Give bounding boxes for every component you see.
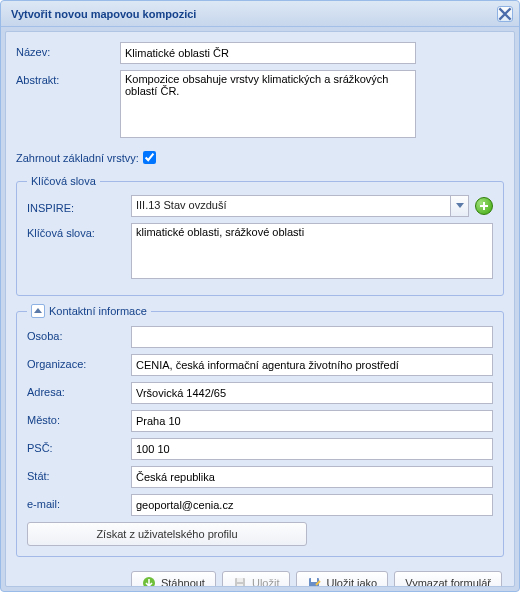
keywords-legend: Klíčová slova bbox=[27, 175, 100, 187]
collapse-contact-button[interactable] bbox=[31, 304, 45, 318]
clear-form-label: Vymazat formulář bbox=[405, 577, 491, 587]
city-input[interactable] bbox=[131, 410, 493, 432]
plus-icon bbox=[479, 201, 489, 211]
save-as-button[interactable]: Uložit jako bbox=[296, 571, 388, 587]
person-input[interactable] bbox=[131, 326, 493, 348]
abstract-textarea[interactable] bbox=[120, 70, 416, 138]
country-label: Stát: bbox=[27, 466, 131, 482]
zip-label: PSČ: bbox=[27, 438, 131, 454]
inspire-combo-value: III.13 Stav ovzduší bbox=[132, 196, 450, 216]
inspire-combo-trigger[interactable] bbox=[450, 196, 468, 216]
address-input[interactable] bbox=[131, 382, 493, 404]
button-bar: Stáhnout Uložit Uložit jako Vymazat form… bbox=[16, 565, 504, 587]
org-input[interactable] bbox=[131, 354, 493, 376]
svg-rect-3 bbox=[237, 584, 243, 587]
download-label: Stáhnout bbox=[161, 577, 205, 587]
chevron-down-icon bbox=[456, 203, 464, 209]
chevron-up-icon bbox=[34, 308, 42, 314]
name-input[interactable] bbox=[120, 42, 416, 64]
city-label: Město: bbox=[27, 410, 131, 426]
keywords-label: Klíčová slova: bbox=[27, 223, 131, 239]
svg-rect-2 bbox=[237, 578, 243, 582]
load-from-profile-label: Získat z uživatelského profilu bbox=[96, 528, 237, 540]
name-label: Název: bbox=[16, 42, 120, 58]
email-input[interactable] bbox=[131, 494, 493, 516]
download-icon bbox=[142, 576, 156, 587]
email-label: e-mail: bbox=[27, 494, 131, 510]
address-label: Adresa: bbox=[27, 382, 131, 398]
clear-form-button[interactable]: Vymazat formulář bbox=[394, 571, 502, 587]
abstract-label: Abstrakt: bbox=[16, 70, 120, 86]
dialog-body: Název: Abstrakt: Zahrnout základní vrstv… bbox=[5, 31, 515, 587]
country-input[interactable] bbox=[131, 466, 493, 488]
close-button[interactable] bbox=[497, 6, 513, 22]
save-as-icon bbox=[307, 576, 321, 587]
window-title: Vytvořit novou mapovou kompozici bbox=[11, 8, 497, 20]
add-inspire-button[interactable] bbox=[475, 197, 493, 215]
contact-legend-text: Kontaktní informace bbox=[49, 305, 147, 317]
zip-input[interactable] bbox=[131, 438, 493, 460]
close-icon bbox=[498, 7, 512, 21]
svg-rect-5 bbox=[311, 578, 317, 582]
titlebar: Vytvořit novou mapovou kompozici bbox=[1, 1, 519, 27]
include-base-checkbox[interactable] bbox=[143, 151, 156, 164]
keywords-textarea[interactable] bbox=[131, 223, 493, 279]
inspire-combo[interactable]: III.13 Stav ovzduší bbox=[131, 195, 469, 217]
include-base-label: Zahrnout základní vrstvy: bbox=[16, 152, 139, 164]
org-label: Organizace: bbox=[27, 354, 131, 370]
save-as-label: Uložit jako bbox=[326, 577, 377, 587]
keywords-fieldset: Klíčová slova INSPIRE: III.13 Stav ovzdu… bbox=[16, 175, 504, 296]
save-icon bbox=[233, 576, 247, 587]
contact-fieldset: Kontaktní informace Osoba: Organizace: A… bbox=[16, 304, 504, 557]
dialog-window: Vytvořit novou mapovou kompozici Název: … bbox=[0, 0, 520, 592]
save-label: Uložit bbox=[252, 577, 280, 587]
load-from-profile-button[interactable]: Získat z uživatelského profilu bbox=[27, 522, 307, 546]
download-button[interactable]: Stáhnout bbox=[131, 571, 216, 587]
contact-legend: Kontaktní informace bbox=[27, 304, 151, 318]
person-label: Osoba: bbox=[27, 326, 131, 342]
save-button[interactable]: Uložit bbox=[222, 571, 291, 587]
inspire-label: INSPIRE: bbox=[27, 198, 131, 214]
